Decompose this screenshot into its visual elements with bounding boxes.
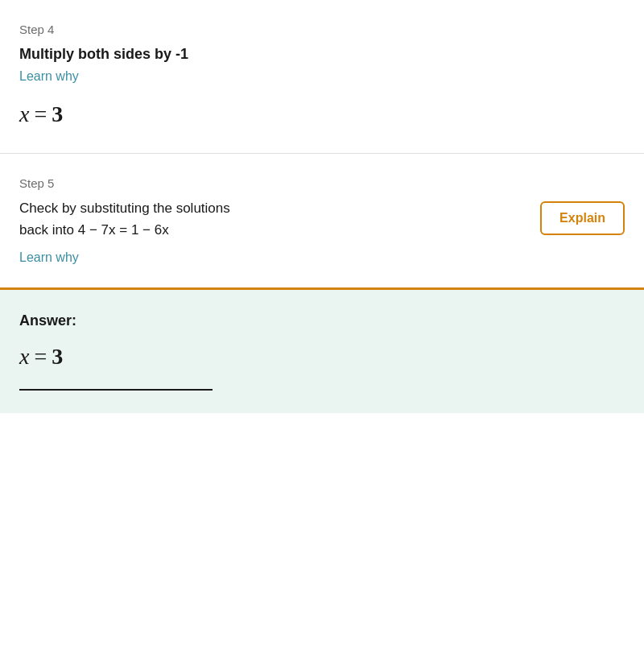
- step5-description: Check by substituting the solutions back…: [19, 198, 524, 241]
- step5-learn-why-link[interactable]: Learn why: [19, 250, 79, 265]
- step4-math-variable: x: [19, 101, 29, 126]
- step4-math-equals: =: [34, 101, 47, 126]
- step4-title: Multiply both sides by -1: [19, 44, 625, 64]
- step5-text-block: Check by substituting the solutions back…: [19, 198, 540, 265]
- step4-math-display: x=3: [19, 101, 625, 127]
- answer-label: Answer:: [19, 312, 625, 329]
- step4-math-value: 3: [52, 101, 63, 126]
- answer-section: Answer: x=3: [0, 290, 644, 413]
- page-container: Step 4 Multiply both sides by -1 Learn w…: [0, 0, 644, 413]
- step5-content-row: Check by substituting the solutions back…: [19, 198, 625, 265]
- answer-math-equals: =: [34, 344, 47, 369]
- step5-section: Step 5 Check by substituting the solutio…: [0, 154, 644, 287]
- step5-label: Step 5: [19, 176, 625, 190]
- step5-description-line1: Check by substituting the solutions: [19, 201, 230, 216]
- answer-math-value: 3: [52, 344, 63, 369]
- answer-underline: [19, 389, 213, 391]
- step4-section: Step 4 Multiply both sides by -1 Learn w…: [0, 0, 644, 153]
- step4-learn-why-link[interactable]: Learn why: [19, 69, 79, 84]
- step4-label: Step 4: [19, 23, 625, 36]
- answer-math-display: x=3: [19, 344, 625, 370]
- explain-button[interactable]: Explain: [540, 201, 625, 235]
- step5-description-line2: back into 4 − 7x = 1 − 6x: [19, 222, 169, 238]
- answer-math-variable: x: [19, 344, 29, 369]
